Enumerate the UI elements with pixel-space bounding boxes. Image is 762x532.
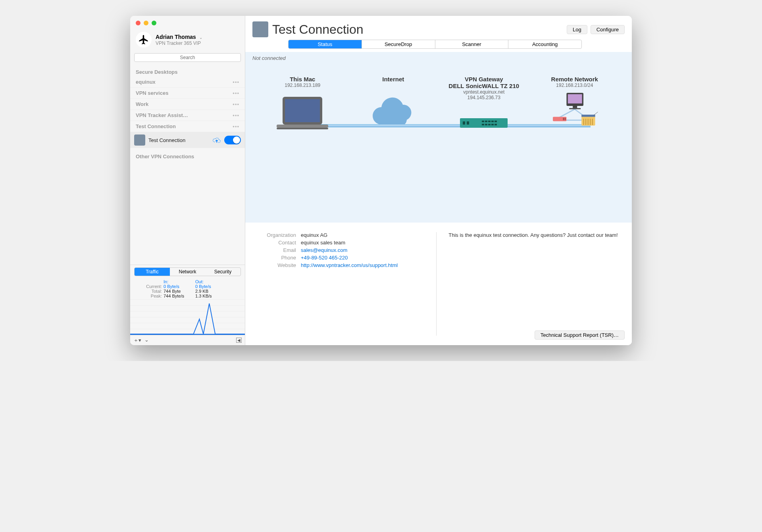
sidebar-section-other: Other VPN Connections — [130, 148, 245, 161]
more-icon[interactable]: ••• — [233, 90, 239, 96]
connection-label: Test Connection — [148, 137, 209, 143]
svg-rect-31 — [563, 118, 564, 119]
main-tabs[interactable]: Status SecureDrop Scanner Accounting — [288, 40, 582, 49]
svg-rect-16 — [491, 121, 494, 122]
main-panel: Test Connection Log Configure Status Sec… — [245, 16, 632, 345]
svg-rect-32 — [564, 118, 566, 119]
tab-scanner[interactable]: Scanner — [435, 40, 509, 48]
connection-hero-icon — [252, 21, 268, 37]
sidebar-item-assist[interactable]: VPN Tracker Assist…••• — [130, 110, 245, 121]
cloud-upload-icon[interactable] — [212, 136, 221, 144]
svg-rect-34 — [564, 119, 566, 120]
app-window: Adrian Thomas ⌄ VPN Tracker 365 VIP Secu… — [130, 16, 632, 345]
svg-rect-36 — [581, 115, 595, 117]
svg-rect-17 — [495, 121, 497, 122]
app-logo-icon — [136, 32, 152, 48]
bottom-segmented-control[interactable]: Traffic Network Security — [134, 267, 241, 276]
node-this-mac: This Mac 192.168.213.189 — [263, 76, 342, 136]
svg-rect-14 — [485, 121, 487, 122]
tab-securedrop[interactable]: SecureDrop — [362, 40, 435, 48]
more-icon[interactable]: ••• — [233, 112, 239, 118]
titlebar — [130, 16, 156, 30]
sidebar: Adrian Thomas ⌄ VPN Tracker 365 VIP Secu… — [130, 16, 245, 345]
sidebar-bottom: Traffic Network Security In:Out: Current… — [130, 265, 245, 345]
svg-rect-7 — [285, 99, 320, 122]
chevron-down-icon[interactable]: ⌄ — [199, 35, 202, 40]
svg-rect-30 — [553, 117, 566, 121]
svg-rect-18 — [482, 124, 484, 125]
node-gateway: VPN Gateway DELL SonicWALL TZ 210 vpntes… — [444, 76, 523, 145]
more-icon[interactable]: ••• — [233, 101, 239, 107]
remote-network-icon — [541, 93, 608, 136]
user-name: Adrian Thomas — [156, 34, 196, 40]
node-remote: Remote Network 192.168.213.0/24 — [535, 76, 614, 136]
svg-rect-29 — [569, 108, 581, 109]
traffic-chart — [130, 299, 245, 335]
sidebar-section-secure-desktops: Secure Desktops — [130, 65, 245, 77]
laptop-icon — [275, 95, 330, 134]
window-controls — [136, 21, 156, 25]
svg-rect-28 — [573, 106, 577, 108]
close-icon[interactable] — [136, 21, 140, 25]
sidebar-list: Secure Desktops equinux••• VPN services•… — [130, 65, 245, 265]
svg-rect-8 — [277, 125, 328, 128]
cloud-icon — [368, 97, 419, 133]
svg-line-42 — [594, 112, 598, 115]
user-plan: VPN Tracker 365 VIP — [156, 40, 202, 46]
svg-rect-13 — [482, 121, 484, 122]
svg-rect-19 — [485, 124, 487, 125]
sidebar-item-equinux[interactable]: equinux••• — [130, 77, 245, 88]
traffic-stats: In:Out: Current:0 Byte/s0 Byte/s Total:7… — [130, 278, 245, 299]
sidebar-connection-active[interactable]: Test Connection — [130, 132, 245, 148]
phone-link[interactable]: +49-89-520 465-220 — [301, 255, 348, 261]
svg-rect-33 — [563, 119, 564, 120]
tab-accounting[interactable]: Accounting — [508, 40, 581, 48]
sidebar-item-vpn-services[interactable]: VPN services••• — [130, 88, 245, 99]
svg-rect-12 — [467, 121, 469, 125]
dropdown-icon[interactable]: ⌄ — [144, 337, 149, 344]
svg-rect-20 — [488, 124, 491, 125]
configure-button[interactable]: Configure — [591, 25, 625, 34]
page-title: Test Connection — [272, 22, 563, 37]
log-button[interactable]: Log — [567, 25, 587, 34]
sidebar-item-test-connection[interactable]: Test Connection••• — [130, 121, 245, 132]
collapse-sidebar-icon[interactable]: ◀ — [236, 338, 242, 343]
maximize-icon[interactable] — [152, 21, 156, 25]
minimize-icon[interactable] — [144, 21, 148, 25]
tab-security[interactable]: Security — [205, 268, 241, 276]
connection-toggle[interactable] — [224, 136, 241, 144]
email-link[interactable]: sales@equinux.com — [301, 247, 347, 253]
search-input[interactable] — [134, 53, 241, 62]
more-icon[interactable]: ••• — [233, 79, 239, 85]
svg-rect-11 — [463, 121, 465, 125]
svg-rect-9 — [277, 128, 328, 129]
firewall-device-icon — [458, 115, 510, 131]
svg-rect-15 — [488, 121, 491, 122]
node-internet: Internet — [354, 76, 433, 136]
add-button[interactable]: ＋▾ — [133, 337, 141, 344]
topology-diagram: Not connected This Mac 192.168.213.189 — [245, 52, 632, 223]
main-header: Test Connection Log Configure Status Sec… — [245, 16, 632, 49]
more-icon[interactable]: ••• — [233, 123, 239, 129]
contact-info: Organizationequinux AG Contactequinux sa… — [257, 232, 420, 336]
sidebar-footer: ＋▾ ⌄ ◀ — [130, 335, 245, 345]
info-note: This is the equinux test connection. Any… — [436, 232, 620, 336]
svg-rect-22 — [495, 124, 497, 125]
connection-thumbnail-icon — [134, 134, 145, 146]
tab-network[interactable]: Network — [170, 268, 205, 276]
svg-rect-27 — [568, 94, 582, 103]
info-section: Organizationequinux AG Contactequinux sa… — [245, 223, 632, 345]
tab-status[interactable]: Status — [289, 40, 362, 48]
website-link[interactable]: http://www.vpntracker.com/us/support.htm… — [301, 262, 396, 268]
sidebar-item-work[interactable]: Work••• — [130, 99, 245, 110]
svg-rect-21 — [491, 124, 494, 125]
tab-traffic[interactable]: Traffic — [135, 268, 170, 276]
tsr-button[interactable]: Technical Support Report (TSR)… — [535, 330, 625, 340]
